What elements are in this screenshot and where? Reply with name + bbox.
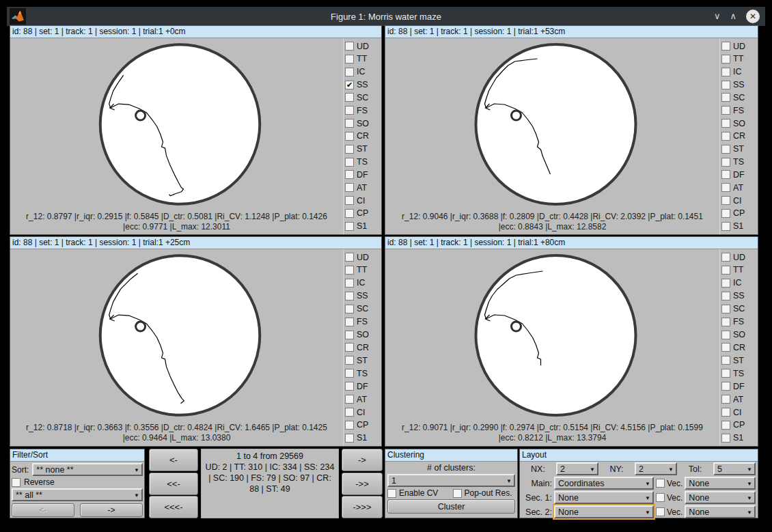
flag-checkbox-st[interactable] (345, 145, 354, 154)
flag-checkbox-so[interactable] (721, 119, 730, 128)
nav-prev-page-button[interactable]: <<- (149, 473, 198, 495)
flag-checkbox-sc[interactable] (721, 305, 730, 313)
flag-checkbox-sc[interactable] (721, 93, 730, 102)
flag-checkbox-cr[interactable] (721, 343, 730, 352)
nav-prev-fast-button[interactable]: <<<- (149, 496, 198, 518)
ny-dropdown[interactable]: 2 ▼ (635, 462, 677, 475)
flag-checkbox-tt[interactable] (721, 266, 730, 275)
flag-checkbox-ic[interactable] (345, 68, 354, 76)
flag-checkbox-st[interactable] (721, 145, 730, 154)
clusters-dropdown[interactable]: 1 ▼ (387, 474, 515, 487)
nav-prev-button[interactable]: <- (149, 449, 198, 471)
flag-checkbox-fs[interactable] (345, 318, 354, 326)
nx-dropdown[interactable]: 2 ▼ (556, 462, 598, 475)
nx-label: NX: (522, 464, 554, 474)
flag-checkbox-df[interactable] (721, 170, 730, 179)
flag-checkbox-ud[interactable] (345, 42, 354, 51)
main-vec-dropdown[interactable]: None ▼ (685, 477, 756, 490)
sec2-dropdown[interactable]: None ▼ (554, 505, 654, 518)
flag-checkbox-df[interactable] (345, 170, 354, 179)
flag-checkbox-ci[interactable] (345, 196, 354, 205)
nav-next-page-button[interactable]: ->> (342, 473, 383, 495)
flag-checkbox-fs[interactable] (721, 106, 730, 115)
flag-checkbox-cp[interactable] (345, 209, 354, 218)
flag-checkbox-ud[interactable] (345, 253, 354, 262)
flag-checkbox-st[interactable] (721, 356, 730, 365)
main-vec-checkbox[interactable] (656, 479, 665, 488)
flag-checkbox-fs[interactable] (721, 318, 730, 326)
sec2-vec-dropdown[interactable]: None ▼ (685, 505, 756, 518)
flag-checkbox-cp[interactable] (345, 421, 354, 430)
platform-circle (512, 111, 521, 120)
flag-checkbox-cr[interactable] (345, 343, 354, 352)
flag-checkbox-tt[interactable] (721, 55, 730, 64)
window-titlebar[interactable]: Figure 1: Morris water maze ∨ ∧ ✕ (7, 7, 765, 26)
filter-forward-button[interactable]: -> (80, 503, 143, 517)
filter-dropdown[interactable]: ** all ** ▼ (12, 488, 143, 501)
window-title: Figure 1: Morris water maze (7, 12, 765, 22)
reverse-checkbox[interactable] (12, 478, 20, 487)
flag-checkbox-at[interactable] (721, 395, 730, 404)
sec1-vec-dropdown[interactable]: None ▼ (685, 491, 756, 504)
flag-checkbox-df[interactable] (345, 382, 354, 391)
flag-checkbox-ts[interactable] (345, 158, 354, 167)
flag-list: UDTTICSSSCFSSOCRSTTSDFATCICPS1 (719, 249, 758, 446)
flag-checkbox-at[interactable] (345, 183, 354, 192)
flag-checkbox-so[interactable] (345, 119, 354, 128)
flag-checkbox-ts[interactable] (345, 369, 354, 378)
flag-checkbox-so[interactable] (345, 331, 354, 339)
flag-label: FS (733, 106, 744, 115)
sort-dropdown[interactable]: ** none ** ▼ (32, 463, 143, 476)
flag-checkbox-ic[interactable] (345, 279, 354, 288)
main-dropdown-value: Coordinates (558, 479, 604, 488)
close-button[interactable]: ✕ (746, 10, 760, 23)
flag-checkbox-ss[interactable]: ✔ (345, 81, 354, 89)
flag-checkbox-ud[interactable] (721, 253, 730, 262)
sec2-vec-checkbox[interactable] (656, 507, 665, 516)
flag-checkbox-so[interactable] (721, 331, 730, 339)
nav-next-fast-button[interactable]: ->>> (342, 496, 383, 518)
flag-checkbox-ss[interactable] (721, 292, 730, 300)
minimize-button[interactable]: ∨ (714, 10, 721, 23)
flag-checkbox-sc[interactable] (345, 93, 354, 102)
flag-checkbox-s1[interactable] (345, 222, 354, 231)
tol-dropdown[interactable]: 5 ▼ (713, 462, 756, 475)
popout-checkbox[interactable] (453, 489, 462, 498)
flag-checkbox-st[interactable] (345, 356, 354, 365)
sec1-vec-checkbox[interactable] (656, 493, 665, 502)
nav-next-button[interactable]: -> (342, 449, 383, 471)
clustering-panel: Clustering # of clusters: 1 ▼ Enable CV … (385, 449, 518, 518)
maximize-button[interactable]: ∧ (730, 10, 736, 23)
flag-checkbox-s1[interactable] (345, 434, 354, 443)
flag-checkbox-cr[interactable] (345, 132, 354, 141)
flag-row-cr: CR (345, 130, 381, 142)
flag-checkbox-ic[interactable] (721, 68, 730, 76)
flag-checkbox-ci[interactable] (345, 408, 354, 417)
main-dropdown[interactable]: Coordinates ▼ (554, 477, 654, 490)
flag-checkbox-ts[interactable] (721, 369, 730, 378)
flag-checkbox-sc[interactable] (345, 305, 354, 313)
flag-checkbox-tt[interactable] (345, 266, 354, 275)
sec1-dropdown[interactable]: None ▼ (554, 491, 654, 504)
enable-cv-checkbox[interactable] (387, 489, 396, 498)
flag-checkbox-ss[interactable] (345, 292, 354, 300)
flag-checkbox-ss[interactable] (721, 81, 730, 89)
flag-checkbox-fs[interactable] (345, 106, 354, 115)
nav-left-column: <- <<- <<<- (149, 449, 198, 518)
flag-checkbox-tt[interactable] (345, 55, 354, 64)
flag-checkbox-at[interactable] (345, 395, 354, 404)
flag-checkbox-s1[interactable] (721, 434, 730, 443)
flag-checkbox-cp[interactable] (721, 421, 730, 430)
flag-checkbox-df[interactable] (721, 382, 730, 391)
flag-checkbox-s1[interactable] (721, 222, 730, 231)
flag-checkbox-ic[interactable] (721, 279, 730, 288)
flag-checkbox-ci[interactable] (721, 196, 730, 205)
flag-checkbox-ud[interactable] (721, 42, 730, 51)
flag-checkbox-ci[interactable] (721, 408, 730, 417)
filter-back-button[interactable]: <- (12, 503, 74, 517)
flag-checkbox-ts[interactable] (721, 158, 730, 167)
flag-checkbox-cr[interactable] (721, 132, 730, 141)
cluster-button[interactable]: Cluster (387, 499, 515, 514)
flag-checkbox-at[interactable] (721, 183, 730, 192)
flag-checkbox-cp[interactable] (721, 209, 730, 218)
